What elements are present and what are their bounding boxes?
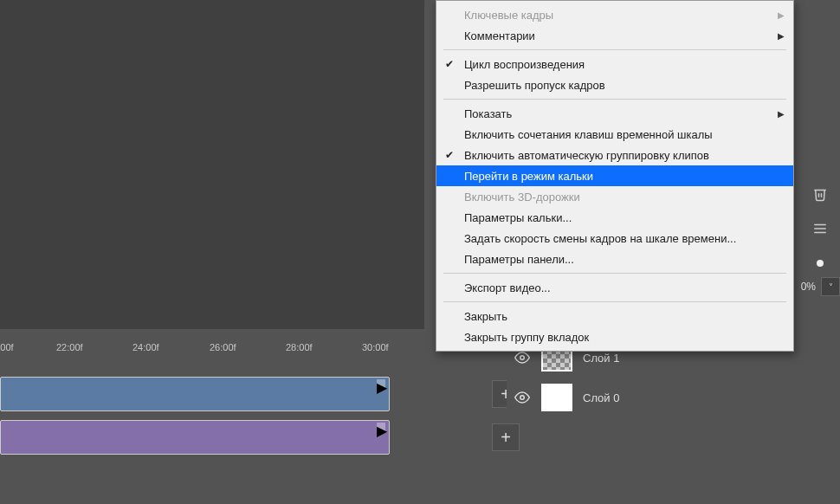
trash-icon[interactable] <box>808 182 832 206</box>
menu-item-label: Параметры кальки... <box>464 211 572 224</box>
svg-point-1 <box>520 396 525 400</box>
slider-dot-icon[interactable] <box>808 251 832 275</box>
menu-item-loop-playback[interactable]: ✔ Цикл воспроизведения <box>436 54 793 74</box>
menu-item-enable-timeline-shortcuts[interactable]: Включить сочетания клавиш временной шкал… <box>436 124 793 145</box>
check-icon: ✔ <box>445 58 454 70</box>
menu-separator <box>443 273 786 274</box>
layer-row[interactable]: Слой 0 <box>507 378 840 417</box>
clip-marker-icon: ▶ <box>377 423 385 431</box>
preview-viewport <box>0 0 424 329</box>
menu-item-keyframes[interactable]: Ключевые кадры ▶ <box>436 4 793 25</box>
check-icon: ✔ <box>445 149 454 161</box>
add-clip-button[interactable]: + <box>492 423 520 451</box>
layer-name-label: Слой 0 <box>583 391 619 404</box>
timeline-clip[interactable]: ▶ <box>0 377 390 411</box>
percent-value: 0% <box>796 277 821 296</box>
ruler-tick: 28:00f <box>286 342 313 352</box>
menu-item-label: Цикл воспроизведения <box>464 58 585 71</box>
menu-item-close[interactable]: Закрыть <box>436 306 793 326</box>
ruler-tick: 20:00f <box>0 342 14 352</box>
menu-item-label: Экспорт видео... <box>464 281 551 294</box>
menu-separator <box>443 301 786 302</box>
menu-item-set-frame-rate[interactable]: Задать скорость смены кадров на шкале вр… <box>436 228 793 249</box>
svg-point-5 <box>817 260 824 267</box>
visibility-toggle-icon[interactable] <box>514 389 531 406</box>
menu-item-label: Включить 3D-дорожки <box>464 191 580 204</box>
ruler-tick: 26:00f <box>210 342 236 352</box>
menu-item-label: Ключевые кадры <box>464 9 553 22</box>
timeline-clip[interactable]: ▶ <box>0 420 390 455</box>
timeline-panel: 20:00f 22:00f 24:00f 26:00f 28:00f 30:00… <box>0 342 485 502</box>
menu-item-label: Разрешить пропуск кадров <box>464 79 605 92</box>
visibility-toggle-icon[interactable] <box>514 349 531 366</box>
ruler-tick: 24:00f <box>132 342 159 352</box>
clip-marker-icon: ▶ <box>377 379 385 388</box>
percent-dropdown[interactable]: ˅ <box>821 277 840 296</box>
menu-item-allow-frame-skip[interactable]: Разрешить пропуск кадров <box>436 74 793 95</box>
submenu-arrow-icon: ▶ <box>778 31 785 41</box>
menu-item-export-video[interactable]: Экспорт видео... <box>436 277 793 298</box>
menu-item-enable-3d-tracks[interactable]: Включить 3D-дорожки <box>436 186 793 207</box>
menu-item-label: Включить автоматическую группировку клип… <box>464 149 709 162</box>
svg-point-0 <box>520 356 525 360</box>
timeline-track[interactable]: ▶ + <box>0 377 485 411</box>
side-toolbar <box>800 173 840 284</box>
context-menu: Ключевые кадры ▶ Комментарии ▶ ✔ Цикл во… <box>436 0 794 352</box>
menu-item-label: Закрыть группу вкладок <box>464 331 589 344</box>
menu-separator <box>443 99 786 100</box>
layer-name-label: Слой 1 <box>583 352 619 365</box>
menu-item-auto-group-clips[interactable]: ✔ Включить автоматическую группировку кл… <box>436 145 793 165</box>
menu-item-show[interactable]: Показать ▶ <box>436 103 793 124</box>
layer-thumbnail[interactable] <box>541 384 572 411</box>
menu-item-label: Комментарии <box>464 29 535 42</box>
menu-separator <box>443 49 786 50</box>
menu-item-label: Закрыть <box>464 310 507 323</box>
menu-item-label: Параметры панели... <box>464 253 574 266</box>
menu-item-label: Показать <box>464 107 512 120</box>
menu-item-close-tab-group[interactable]: Закрыть группу вкладок <box>436 326 793 347</box>
menu-item-panel-options[interactable]: Параметры панели... <box>436 249 793 269</box>
timeline-ruler[interactable]: 20:00f 22:00f 24:00f 26:00f 28:00f 30:00… <box>0 342 485 368</box>
menu-item-label: Перейти в режим кальки <box>464 170 593 183</box>
ruler-tick: 22:00f <box>56 342 83 352</box>
opacity-control: 0% ˅ <box>796 277 840 296</box>
menu-item-label: Задать скорость смены кадров на шкале вр… <box>464 232 736 245</box>
menu-icon[interactable] <box>808 216 832 241</box>
timeline-track[interactable]: ▶ + <box>0 420 485 455</box>
submenu-arrow-icon: ▶ <box>778 10 785 20</box>
menu-item-onion-skin-options[interactable]: Параметры кальки... <box>436 207 793 228</box>
ruler-tick: 30:00f <box>362 342 389 352</box>
menu-item-label: Включить сочетания клавиш временной шкал… <box>464 128 713 141</box>
menu-item-comments[interactable]: Комментарии ▶ <box>436 25 793 46</box>
submenu-arrow-icon: ▶ <box>778 109 785 119</box>
menu-item-onion-skin-mode[interactable]: Перейти в режим кальки <box>436 165 793 186</box>
